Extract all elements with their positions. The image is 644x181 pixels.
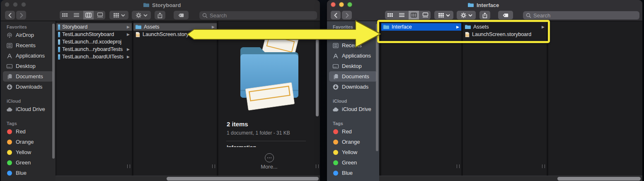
desktop: Storyboard Favorites AirDrop Recents bbox=[0, 0, 644, 181]
green-tag-icon bbox=[7, 160, 12, 165]
sidebar-item-applications[interactable]: Applications bbox=[329, 51, 377, 61]
sidebar-tag-blue[interactable]: Blue bbox=[3, 168, 53, 178]
sidebar-item-documents[interactable]: Documents bbox=[3, 71, 53, 82]
sidebar-tag-yellow[interactable]: Yellow bbox=[329, 147, 377, 157]
view-switcher bbox=[385, 11, 431, 19]
search-input[interactable] bbox=[533, 12, 630, 19]
traffic-lights bbox=[331, 2, 352, 7]
file-row[interactable]: TestLaunchStoryboard▶ bbox=[56, 31, 132, 38]
forward-button[interactable] bbox=[342, 11, 352, 19]
icon-view-button[interactable] bbox=[385, 11, 395, 19]
horizontal-scrollbar[interactable] bbox=[56, 176, 320, 181]
sidebar-tag-orange[interactable]: Orange bbox=[329, 137, 377, 147]
sidebar-item-airdrop[interactable]: AirDrop bbox=[3, 30, 53, 40]
preview-scrollbar[interactable] bbox=[316, 39, 319, 116]
sidebar-item-airdrop[interactable]: AirDrop bbox=[329, 30, 377, 40]
minimize-button[interactable] bbox=[339, 2, 344, 7]
traffic-lights bbox=[5, 2, 26, 7]
sidebar-tag-green[interactable]: Green bbox=[329, 157, 377, 168]
file-row[interactable]: Storyboard▶ bbox=[56, 23, 132, 31]
gear-icon bbox=[460, 12, 467, 18]
item-count: 2 items bbox=[227, 121, 248, 128]
back-button[interactable] bbox=[5, 11, 15, 19]
column-view-button[interactable] bbox=[83, 11, 94, 19]
column-resize-handle[interactable] bbox=[542, 164, 545, 168]
sidebar-scrollbar[interactable] bbox=[52, 24, 55, 159]
sidebar-item-desktop[interactable]: Desktop bbox=[3, 61, 53, 71]
search-field[interactable] bbox=[199, 11, 317, 19]
zoom-button[interactable] bbox=[347, 2, 352, 7]
column-1: Interface▶ bbox=[381, 21, 461, 176]
scrollbar-thumb[interactable] bbox=[557, 177, 641, 181]
green-tag-icon bbox=[333, 160, 338, 165]
horizontal-scrollbar[interactable] bbox=[379, 176, 642, 181]
sidebar-item-desktop[interactable]: Desktop bbox=[329, 61, 377, 71]
tag-button[interactable] bbox=[498, 11, 513, 19]
minimize-button[interactable] bbox=[13, 2, 18, 7]
column-resize-handle[interactable] bbox=[316, 164, 319, 168]
back-button[interactable] bbox=[331, 11, 341, 19]
chevron-right-icon: ▶ bbox=[127, 47, 130, 51]
tag-button[interactable] bbox=[174, 11, 189, 19]
folder-icon bbox=[58, 32, 60, 37]
sidebar-item-recents[interactable]: Recents bbox=[329, 40, 377, 51]
sidebar-item-downloads[interactable]: Downloads bbox=[329, 82, 377, 92]
chevron-left-icon bbox=[7, 12, 12, 18]
group-button[interactable] bbox=[109, 11, 128, 19]
folder-icon bbox=[143, 2, 150, 8]
column-resize-handle[interactable] bbox=[127, 164, 130, 168]
zoom-button[interactable] bbox=[21, 2, 26, 7]
orange-tag-icon bbox=[7, 140, 12, 145]
group-button[interactable] bbox=[434, 11, 453, 19]
sidebar-tag-yellow[interactable]: Yellow bbox=[3, 147, 53, 157]
folder-icon bbox=[58, 47, 60, 52]
chevron-down-icon bbox=[468, 14, 472, 17]
sidebar-tag-blue[interactable]: Blue bbox=[329, 168, 377, 178]
more-button[interactable]: More... bbox=[218, 164, 320, 170]
column-resize-handle[interactable] bbox=[457, 164, 460, 168]
list-view-button[interactable] bbox=[397, 11, 407, 19]
share-button[interactable] bbox=[479, 11, 490, 19]
action-button[interactable] bbox=[457, 11, 476, 19]
gallery-view-button[interactable] bbox=[421, 11, 431, 19]
column-1: Storyboard▶ TestLaunchStoryboard▶ TestLa… bbox=[56, 21, 132, 176]
search-field[interactable] bbox=[523, 11, 639, 19]
action-button[interactable] bbox=[132, 11, 151, 19]
sidebar-item-downloads[interactable]: Downloads bbox=[3, 82, 53, 92]
column-resize-handle[interactable] bbox=[212, 164, 215, 168]
sidebar-item-documents[interactable]: Documents bbox=[329, 71, 377, 82]
icloud-icon bbox=[6, 106, 13, 113]
sidebar-tag-green[interactable]: Green bbox=[3, 157, 53, 168]
file-row[interactable]: TestLaunch...boardUITests▶ bbox=[56, 53, 132, 60]
file-row[interactable]: Assets▶ bbox=[133, 23, 217, 31]
sidebar-item-recents[interactable]: Recents bbox=[3, 40, 53, 51]
column-view-button[interactable] bbox=[409, 11, 419, 19]
close-button[interactable] bbox=[331, 2, 336, 7]
information-section-label: Information bbox=[227, 144, 257, 147]
file-row[interactable]: LaunchScreen.storyboard bbox=[133, 31, 217, 38]
file-row[interactable]: TestLaunch...rd.xcodeproj bbox=[56, 38, 132, 46]
column-view-icon bbox=[411, 12, 417, 18]
window-title: Interface bbox=[467, 2, 499, 8]
gallery-view-button[interactable] bbox=[95, 11, 106, 19]
file-row[interactable]: TestLaunch...ryboardTests▶ bbox=[56, 46, 132, 53]
window-title-text: Storyboard bbox=[152, 2, 181, 8]
search-input[interactable] bbox=[210, 12, 307, 19]
icon-view-button[interactable] bbox=[60, 11, 70, 19]
sidebar-tag-red[interactable]: Red bbox=[329, 126, 377, 137]
sidebar-item-icloud-drive[interactable]: iCloud Drive bbox=[329, 104, 377, 114]
xcodeproj-icon bbox=[58, 39, 60, 45]
forward-button[interactable] bbox=[16, 11, 26, 19]
list-view-button[interactable] bbox=[72, 11, 82, 19]
sidebar-item-icloud-drive[interactable]: iCloud Drive bbox=[3, 104, 53, 114]
group-icon bbox=[113, 12, 119, 18]
close-button[interactable] bbox=[5, 2, 10, 7]
chevron-down-icon bbox=[143, 14, 148, 17]
sidebar-tag-red[interactable]: Red bbox=[3, 126, 53, 137]
sidebar-item-applications[interactable]: Applications bbox=[3, 51, 53, 61]
share-button[interactable] bbox=[155, 11, 165, 19]
red-tag-icon bbox=[7, 129, 12, 134]
folder-icon bbox=[467, 2, 474, 8]
scrollbar-thumb[interactable] bbox=[167, 177, 319, 181]
sidebar-tag-orange[interactable]: Orange bbox=[3, 137, 53, 147]
